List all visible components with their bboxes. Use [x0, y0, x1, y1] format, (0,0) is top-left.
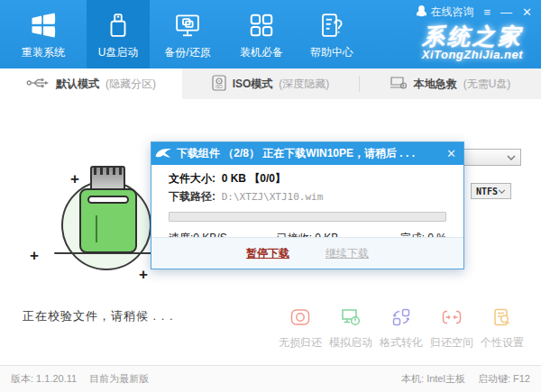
plus-decoration: + [70, 171, 79, 187]
header: 重装系统 U盘启动 备份/还原 装机必备 [0, 0, 541, 68]
app-grid-icon [248, 12, 275, 39]
pause-download-button[interactable]: 暂停下载 [246, 246, 289, 261]
tool-simulate-boot[interactable]: 模拟启动 [326, 307, 376, 351]
file-size-row: 文件大小: 0 KB 【0/0】 [169, 171, 446, 187]
usb-plug-icon [26, 77, 50, 92]
main-nav: 重装系统 U盘启动 备份/还原 装机必备 [0, 0, 366, 68]
usb-illustration-seam [96, 215, 97, 242]
close-button[interactable]: ✕ [522, 6, 532, 18]
usb-illustration-slot [87, 196, 129, 204]
dialog-close-icon[interactable]: ✕ [446, 147, 456, 160]
nav-label: 帮助中心 [310, 45, 353, 60]
menu-button[interactable]: ≡ [484, 6, 491, 18]
nav-item-help-center[interactable]: 帮助中心 [298, 0, 366, 68]
tab-divider [359, 76, 360, 92]
tab-sublabel: (隐藏分区) [105, 77, 156, 92]
tool-label: 无损归还 [279, 335, 322, 351]
dialog-titlebar[interactable]: 下载组件 （2/8） 正在下载WIN10PE，请稍后 . . . ✕ [151, 142, 463, 165]
nav-item-essential-apps[interactable]: 装机必备 [225, 0, 298, 68]
nav-label: 装机必备 [240, 45, 283, 60]
download-dialog: 下载组件 （2/8） 正在下载WIN10PE，请稍后 . . . ✕ 文件大小:… [151, 141, 464, 269]
tab-label: 本地急救 [414, 77, 457, 92]
mode-tabs: 默认模式(隐藏分区) ISO ISO模式(深度隐藏) 本地急救(无需U盘) [0, 68, 541, 99]
boot-key-text: 启动键: F12 [478, 372, 530, 386]
bottom-toolbar: 无损归还 模拟启动 格式转化 归还空间 [275, 307, 527, 351]
tab-sublabel: (无需U盘) [463, 77, 511, 92]
lossless-return-icon [289, 307, 311, 331]
tool-custom-settings[interactable]: 个性设置 [477, 307, 527, 351]
bird-icon [155, 146, 177, 162]
dialog-title-text: 下载组件 （2/8） 正在下载WIN10PE，请稍后 . . . [177, 146, 415, 161]
reclaim-space-icon [441, 307, 463, 331]
tab-iso-mode[interactable]: ISO ISO模式(深度隐藏) [182, 68, 359, 99]
usb-illustration-connector [90, 166, 125, 190]
tab-sublabel: (深度隐藏) [279, 77, 329, 92]
tool-lossless-return[interactable]: 无损归还 [275, 307, 326, 351]
nav-item-backup-restore[interactable]: 备份/还原 [150, 0, 225, 68]
chevron-down-icon [498, 189, 506, 194]
nav-label: 重装系统 [22, 45, 65, 60]
help-doc-icon [318, 12, 345, 39]
iso-file-icon: ISO [212, 75, 226, 94]
online-service-label: 在线咨询 [431, 5, 474, 20]
usb-drive-icon [105, 12, 132, 39]
qq-icon [416, 5, 427, 20]
checking-status-text: 正在校验文件，请稍候 . . . [23, 308, 174, 324]
machine-info-text: 本机: Intel主板 [401, 372, 465, 386]
resume-download-button[interactable]: 继续下载 [326, 246, 369, 261]
chevron-down-icon [507, 155, 516, 160]
local-rescue-icon [390, 76, 408, 93]
tab-default-mode[interactable]: 默认模式(隐藏分区) [0, 68, 182, 99]
svg-text:ISO: ISO [215, 85, 223, 89]
filesystem-select-dropdown[interactable]: NTFS [471, 183, 511, 199]
custom-settings-icon [491, 307, 513, 331]
tool-reclaim-space[interactable]: 归还空间 [426, 307, 477, 351]
latest-version-text: 目前为最新版 [89, 372, 149, 386]
dialog-footer: 暂停下载 继续下载 [151, 237, 463, 269]
filesystem-value: NTFS [476, 187, 498, 196]
download-progress-bar [169, 212, 446, 222]
windows-logo-icon [30, 12, 57, 39]
path-value: D:\XTZJ\XTJ10.wim [222, 191, 324, 203]
nav-label: U盘启动 [98, 45, 139, 60]
usb-illustration-body [79, 188, 137, 253]
plus-decoration: + [139, 267, 148, 282]
tool-label: 模拟启动 [329, 335, 372, 351]
tool-format-convert[interactable]: 格式转化 [376, 307, 426, 351]
app-window: 重装系统 U盘启动 备份/还原 装机必备 [0, 0, 541, 392]
minimize-button[interactable]: — [500, 6, 512, 18]
nav-item-reinstall-system[interactable]: 重装系统 [0, 0, 87, 68]
status-bar: 版本: 1.1.20.11 目前为最新版 本机: Intel主板 启动键: F1… [0, 365, 541, 392]
file-size-value: 0 KB 【0/0】 [222, 172, 286, 185]
nav-item-usb-boot[interactable]: U盘启动 [87, 0, 150, 68]
tool-label: 归还空间 [430, 335, 473, 351]
tab-label: 默认模式 [56, 77, 99, 92]
file-size-label: 文件大小: [169, 172, 215, 185]
brand-logo: 系统之家 XiTongZhiJia.net [422, 24, 523, 61]
path-label: 下载路径: [169, 190, 215, 203]
brand-subtitle: XiTongZhiJia.net [422, 48, 523, 61]
tool-label: 格式转化 [380, 335, 423, 351]
nav-label: 备份/还原 [164, 45, 210, 60]
tool-label: 个性设置 [481, 335, 524, 351]
dialog-body: 文件大小: 0 KB 【0/0】 下载路径: D:\XTZJ\XTJ10.wim… [151, 165, 463, 238]
download-path-row: 下载路径: D:\XTZJ\XTJ10.wim [169, 189, 446, 205]
version-text: 版本: 1.1.20.11 [11, 372, 77, 386]
plus-decoration: + [30, 248, 39, 263]
format-convert-icon [390, 307, 412, 331]
simulate-boot-icon [340, 307, 362, 331]
brand-title: 系统之家 [422, 24, 523, 48]
online-service-link[interactable]: 在线咨询 [416, 5, 474, 20]
backup-restore-icon [174, 12, 201, 39]
tab-local-rescue[interactable]: 本地急救(无需U盘) [359, 68, 541, 99]
tab-label: ISO模式 [233, 77, 273, 92]
header-controls: 在线咨询 ≡ — ✕ [416, 5, 533, 20]
